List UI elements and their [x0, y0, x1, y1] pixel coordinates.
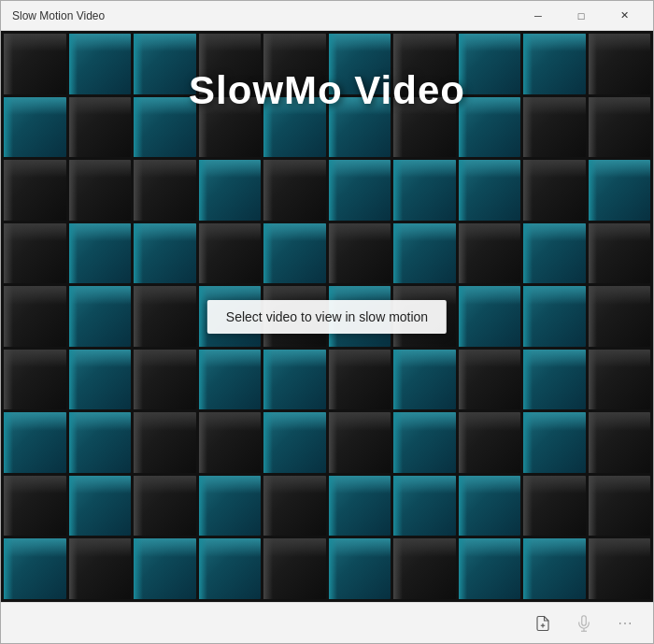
microphone-icon [576, 615, 592, 632]
window-title: Slow Motion Video [12, 9, 105, 22]
app-title: SlowMo Video [189, 68, 465, 113]
select-prompt: Select video to view in slow motion [207, 300, 447, 334]
main-content: SlowMo Video Select video to view in slo… [1, 31, 653, 602]
more-icon [617, 615, 633, 632]
more-options-button[interactable] [608, 607, 642, 640]
svg-point-5 [624, 623, 626, 624]
microphone-button[interactable] [567, 607, 601, 640]
minimize-button[interactable]: ─ [517, 1, 560, 31]
svg-point-6 [630, 623, 632, 624]
svg-point-4 [619, 623, 621, 624]
window-controls: ─ □ ✕ [517, 1, 646, 31]
file-open-icon [534, 615, 551, 632]
bottom-toolbar [1, 602, 653, 643]
titlebar: Slow Motion Video ─ □ ✕ [1, 1, 653, 31]
close-button[interactable]: ✕ [603, 1, 646, 31]
open-file-button[interactable] [526, 607, 560, 640]
maximize-button[interactable]: □ [560, 1, 603, 31]
app-window: Slow Motion Video ─ □ ✕ SlowMo Video Sel… [0, 0, 654, 644]
